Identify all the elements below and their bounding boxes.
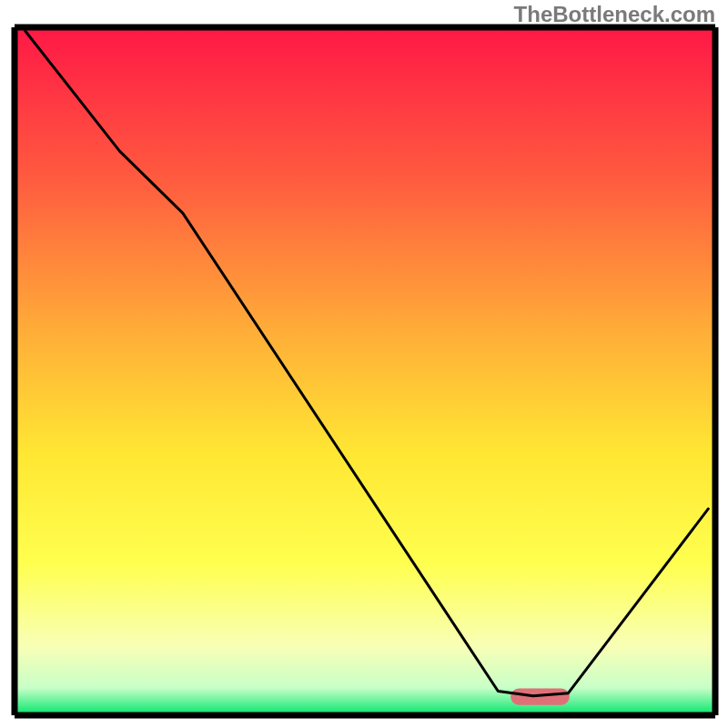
bottleneck-chart <box>0 0 728 728</box>
gradient-background <box>15 27 715 715</box>
chart-container: TheBottleneck.com <box>0 0 728 728</box>
